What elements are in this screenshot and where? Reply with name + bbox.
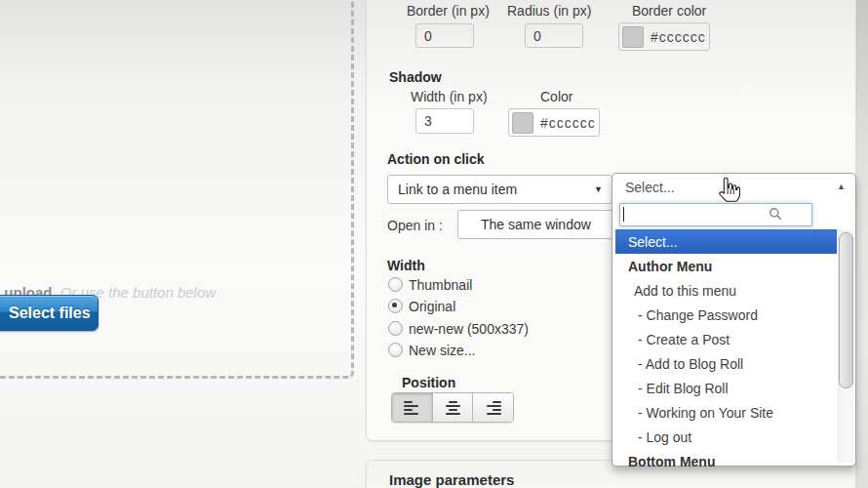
image-parameters-heading: Image parameters [389, 471, 514, 488]
radio-new-size-label[interactable]: New size... [409, 343, 475, 358]
menu-item-dropdown: Select... ▲ Select... Author Menu Add to… [612, 173, 856, 467]
shadow-color-picker[interactable]: #cccccc [508, 108, 600, 137]
open-in-select[interactable]: The same window [457, 210, 630, 239]
chevron-down-icon: ▼ [594, 184, 603, 194]
width-heading: Width [387, 258, 425, 273]
radio-new-size[interactable] [388, 343, 403, 357]
dropdown-item-create-a-post[interactable]: - Create a Post [615, 327, 837, 351]
radio-original-label[interactable]: Original [409, 299, 455, 314]
align-right-button[interactable] [473, 393, 513, 422]
open-in-select-value: The same window [458, 217, 591, 232]
radio-thumbnail[interactable] [388, 277, 403, 292]
dropdown-group-author-menu: Author Menu [615, 254, 837, 278]
dropdown-current-label: Select... [625, 180, 675, 195]
dropdown-item-add-to-this-menu[interactable]: Add to this menu [615, 278, 837, 303]
dropdown-scrollbar-thumb[interactable] [839, 232, 853, 388]
screen: o upload. Or use the button below Select… [0, 0, 868, 488]
border-color-picker[interactable]: #cccccc [618, 22, 710, 51]
radius-input[interactable] [525, 23, 583, 48]
action-on-click-heading: Action on click [387, 151, 485, 167]
action-select-value: Link to a menu item [388, 182, 517, 197]
shadow-color-swatch[interactable] [512, 112, 533, 134]
text-caret [623, 207, 624, 222]
dropdown-item-add-to-blog-roll[interactable]: - Add to Blog Roll [615, 351, 837, 376]
dropdown-item-edit-blog-roll[interactable]: - Edit Blog Roll [615, 376, 837, 400]
border-label: Border (in px) [407, 3, 490, 19]
shadow-width-label: Width (in px) [411, 89, 488, 104]
align-center-button[interactable] [433, 393, 474, 422]
dropdown-item-select[interactable]: Select... [615, 229, 837, 254]
border-input[interactable] [415, 23, 474, 48]
position-button-group [391, 392, 514, 423]
radio-thumbnail-label[interactable]: Thumbnail [409, 277, 472, 293]
align-left-button[interactable] [392, 393, 433, 422]
radius-label: Radius (in px) [507, 3, 591, 19]
page-edge-strip [855, 0, 868, 488]
hand-pointer-cursor [718, 177, 740, 207]
align-left-icon [404, 400, 419, 416]
border-color-swatch[interactable] [622, 26, 644, 48]
search-icon [769, 207, 782, 224]
shadow-color-label: Color [540, 89, 572, 104]
align-right-icon [486, 400, 501, 416]
select-files-button[interactable]: Select files [0, 295, 99, 331]
dropdown-results-list: Select... Author Menu Add to this menu -… [615, 229, 837, 473]
border-color-label: Border color [632, 3, 706, 19]
border-color-value: #cccccc [651, 29, 706, 45]
chevron-up-icon: ▲ [837, 182, 846, 191]
dropdown-item-change-password[interactable]: - Change Password [615, 303, 837, 327]
radio-new-new-label[interactable]: new-new (500x337) [409, 321, 529, 337]
dropdown-group-bottom-menu: Bottom Menu [615, 449, 837, 473]
action-select[interactable]: Link to a menu item ▼ [387, 175, 612, 204]
open-in-label: Open in : [387, 218, 443, 233]
position-heading: Position [402, 375, 455, 390]
radio-new-new[interactable] [388, 321, 403, 336]
dropdown-search-input[interactable] [619, 203, 812, 226]
dropdown-item-working-on-your-site[interactable]: - Working on Your Site [615, 400, 837, 425]
shadow-width-input[interactable] [415, 108, 474, 134]
dropdown-item-log-out[interactable]: - Log out [615, 425, 837, 449]
shadow-heading: Shadow [389, 69, 442, 85]
radio-original[interactable] [388, 299, 403, 313]
shadow-color-value: #cccccc [540, 115, 596, 131]
align-center-icon [445, 400, 460, 416]
